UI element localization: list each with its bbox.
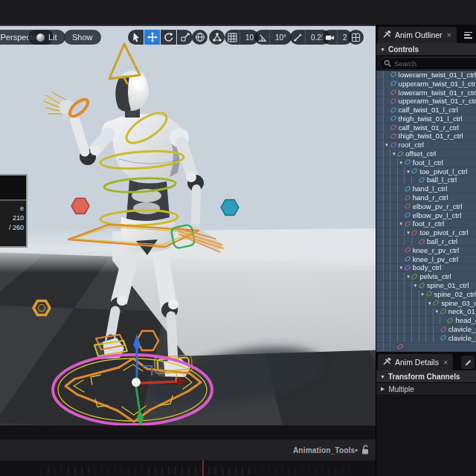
- tree-row[interactable]: upperarm_twist_01_r_ctrl: [376, 97, 476, 106]
- edit-sequence-button[interactable]: [461, 356, 475, 369]
- move-icon: [147, 32, 158, 42]
- tree-row[interactable]: ▾root_ctrl: [376, 141, 476, 149]
- viewport-canvas[interactable]: Perspective Lit Show: [0, 25, 376, 427]
- expand-arrow-icon[interactable]: ▾: [390, 151, 397, 156]
- expand-arrow-icon[interactable]: ▾: [426, 300, 433, 306]
- tree-row[interactable]: upperarm_twist_01_l_ctrl: [376, 80, 476, 89]
- search-input[interactable]: [394, 60, 476, 68]
- tree-row[interactable]: hand_r_ctrl: [376, 193, 476, 202]
- tree-row[interactable]: hand_l_ctrl: [376, 184, 476, 193]
- tree-row-label: foot_l_ctrl: [413, 158, 443, 167]
- anim-details-tab[interactable]: Anim Details ×: [378, 354, 453, 370]
- tree-row[interactable]: ▾neck_01_ctrl: [376, 308, 476, 317]
- details-tab-bar: Anim Details ×: [376, 352, 476, 370]
- tree-row[interactable]: calf_twist_01_l_ctrl: [376, 106, 476, 115]
- tree-row[interactable]: ball_l_ctrl: [376, 176, 476, 185]
- control-ring-icon: [411, 273, 419, 280]
- tree-row-label: lowerarm_twist_01_l_ctrl: [399, 71, 476, 79]
- tree-row[interactable]: clavicle_l_ctrl: [376, 334, 476, 343]
- maximize-viewport-button[interactable]: [348, 30, 364, 45]
- control-ring-icon: [404, 220, 411, 227]
- tree-row[interactable]: ▾spine_01_ctrl: [376, 281, 476, 290]
- tree-guides: [376, 316, 440, 324]
- expand-arrow-icon[interactable]: ▾: [434, 309, 440, 314]
- left-pole-vector-hexagon[interactable]: [71, 199, 89, 214]
- tree-row[interactable]: ▾foot_r_ctrl: [376, 220, 476, 229]
- control-ring-icon: [447, 317, 454, 324]
- tree-row[interactable]: knee_r_pv_ctrl: [376, 246, 476, 255]
- tree-row[interactable]: elbow_pv_l_ctrl: [376, 211, 476, 220]
- left-ankle-hexagon-control[interactable]: [137, 331, 158, 350]
- floor-hexagon-control[interactable]: [33, 301, 50, 315]
- expand-arrow-icon[interactable]: ▾: [398, 160, 405, 165]
- expand-arrow-icon[interactable]: ▾: [398, 265, 405, 270]
- expand-arrow-icon[interactable]: ▾: [405, 274, 411, 279]
- tree-row-label: lowerarm_twist_01_r_ctrl: [399, 89, 476, 97]
- tree-row-label: pelvis_ctrl: [419, 272, 451, 280]
- tree-guides: [376, 149, 390, 158]
- timeline-ruler[interactable]: [0, 460, 376, 476]
- control-ring-icon: [418, 238, 425, 245]
- left-wrist-ring-control[interactable]: [67, 97, 91, 119]
- anim-outliner-tab[interactable]: Anim Outliner ×: [378, 27, 457, 43]
- controls-section-header[interactable]: ▼ Controls: [376, 43, 476, 56]
- tree-guides: [376, 89, 384, 97]
- tree-row[interactable]: ▾spine_02_ctrl: [376, 290, 476, 299]
- show-menu-button[interactable]: Show: [64, 30, 101, 45]
- scale-tool-button[interactable]: [177, 30, 193, 45]
- frame-info-top: [0, 176, 26, 201]
- angle-snap-button[interactable]: 10°: [254, 30, 292, 45]
- search-box[interactable]: [379, 57, 476, 70]
- tree-row[interactable]: elbow_pv_r_ctrl: [376, 202, 476, 211]
- level-name-label[interactable]: Animation_Tools•: [293, 446, 358, 454]
- editor-top-bar: [0, 0, 476, 25]
- tree-row[interactable]: ▾spine_03_ctrl: [376, 299, 476, 308]
- tree-row[interactable]: ▾toe_pivot_l_ctrl: [376, 167, 476, 176]
- expand-arrow-icon[interactable]: ▾: [412, 283, 419, 288]
- tree-row[interactable]: knee_l_pv_ctrl: [376, 255, 476, 264]
- playhead-marker: [202, 460, 204, 476]
- rotate-tool-button[interactable]: [161, 30, 176, 45]
- tree-row[interactable]: lowerarm_twist_01_l_ctrl: [376, 71, 476, 80]
- tree-guides: [376, 237, 412, 245]
- tree-guides: [376, 246, 398, 254]
- tree-row-label: thigh_twist_01_l_ctrl: [399, 115, 463, 123]
- unlock-icon: [361, 445, 370, 455]
- coordinate-space-button[interactable]: [192, 30, 208, 45]
- close-icon[interactable]: ×: [447, 30, 451, 39]
- tree-row[interactable]: head_ctrl: [376, 316, 476, 325]
- tree-row[interactable]: ▾body_ctrl: [376, 264, 476, 273]
- control-ring-icon: [411, 168, 419, 175]
- expand-arrow-icon[interactable]: ▾: [405, 230, 411, 235]
- tree-row[interactable]: thigh_twist_01_l_ctrl: [376, 115, 476, 123]
- tree-row[interactable]: clavicle_r_ctrl: [376, 325, 476, 334]
- expand-arrow-icon[interactable]: ▾: [419, 292, 426, 297]
- tree-row[interactable]: ▾offset_ctrl: [376, 149, 476, 158]
- level-lock-button[interactable]: [358, 445, 373, 455]
- tree-row[interactable]: [376, 343, 476, 352]
- tree-row[interactable]: lowerarm_twist_01_r_ctrl: [376, 89, 476, 97]
- tree-row[interactable]: ▾toe_pivot_r_ctrl: [376, 228, 476, 237]
- lit-mode-button[interactable]: Lit: [28, 30, 65, 45]
- expand-arrow-icon[interactable]: ▾: [384, 142, 390, 147]
- grid-icon: [228, 33, 237, 42]
- control-ring-icon: [390, 106, 397, 113]
- move-tool-button[interactable]: [144, 30, 160, 45]
- multiple-row[interactable]: ▶ Multiple: [376, 383, 476, 396]
- right-pole-vector-hexagon[interactable]: [221, 200, 239, 216]
- transform-channels-header[interactable]: ▼ Transform Channels: [376, 370, 476, 383]
- expand-arrow-icon[interactable]: ▾: [398, 221, 405, 226]
- tree-row[interactable]: ball_r_ctrl: [376, 237, 476, 246]
- surface-snapping-button[interactable]: [209, 30, 225, 45]
- panel-menu-button[interactable]: [462, 29, 474, 41]
- control-ring-icon: [390, 97, 397, 104]
- tree-row[interactable]: ▾foot_l_ctrl: [376, 158, 476, 167]
- select-tool-button[interactable]: [128, 30, 144, 45]
- tree-row[interactable]: thigh_twist_01_r_ctrl: [376, 132, 476, 141]
- close-icon[interactable]: ×: [443, 358, 448, 367]
- tree-row-label: body_ctrl: [413, 263, 442, 271]
- tree-guides: [376, 334, 434, 342]
- control-ring-icon: [390, 115, 397, 122]
- tree-row[interactable]: ▾pelvis_ctrl: [376, 272, 476, 281]
- tree-row[interactable]: calf_twist_01_r_ctrl: [376, 123, 476, 132]
